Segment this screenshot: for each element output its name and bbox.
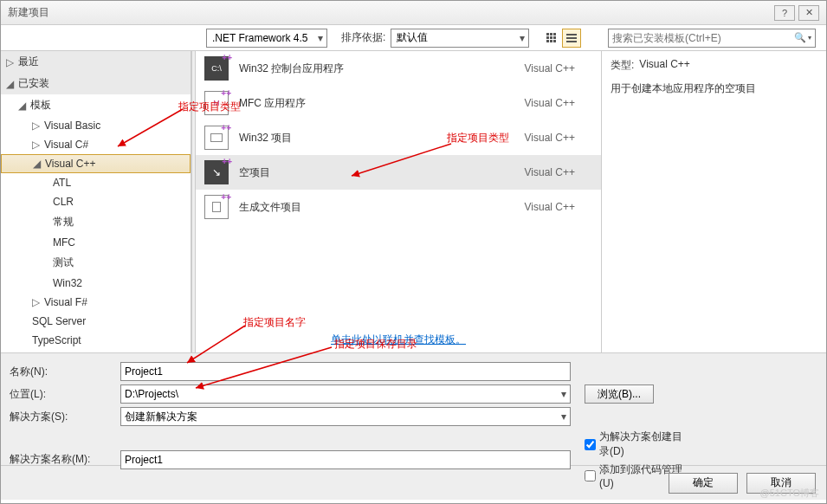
tree-vb[interactable]: ▷Visual Basic [1, 116, 191, 135]
tree-clr[interactable]: CLR [1, 192, 191, 211]
search-icon: 🔍 [794, 32, 806, 43]
type-value: Visual C++ [639, 58, 689, 73]
list-icon [566, 34, 577, 42]
search-input[interactable] [612, 32, 794, 44]
chevron-down-icon: ▾ [808, 34, 811, 42]
template-makefile[interactable]: ++ 生成文件项目 Visual C++ [196, 190, 601, 224]
sort-select[interactable]: 默认值 [391, 29, 529, 48]
win32-icon: ++ [204, 126, 229, 150]
framework-select[interactable]: .NET Framework 4.5 [206, 29, 327, 48]
tree-ts[interactable]: TypeScript [1, 331, 191, 350]
grid-icon [546, 33, 556, 42]
template-win32-project[interactable]: ++ Win32 项目 Visual C++ [196, 120, 601, 155]
watermark: @51CTO博客 [760, 487, 819, 500]
console-icon: C:\++ [204, 56, 229, 81]
footer: 确定 取消 [1, 465, 826, 500]
template-win32-console[interactable]: C:\++ Win32 控制台应用程序 Visual C++ [196, 51, 601, 86]
name-input[interactable] [120, 362, 571, 381]
tree-test[interactable]: 测试 [1, 252, 191, 274]
solname-label: 解决方案名称(M): [10, 452, 113, 467]
tree-sql[interactable]: SQL Server [1, 312, 191, 331]
location-combo[interactable]: D:\Projects\ [120, 384, 571, 404]
search-box[interactable]: 🔍▾ [608, 29, 816, 48]
tree-templates[interactable]: ◢模板 [1, 94, 191, 116]
tree-installed[interactable]: ◢已安装 [1, 73, 191, 94]
tree-atl[interactable]: ATL [1, 173, 191, 192]
help-button[interactable]: ? [774, 5, 795, 21]
tree-panel: ▷最近 ◢已安装 ◢模板 ▷Visual Basic ▷Visual C# ◢V… [1, 51, 191, 352]
titlebar: 新建项目 ? ✕ [1, 1, 826, 25]
view-list-button[interactable] [562, 29, 581, 48]
description-text: 用于创建本地应用程序的空项目 [611, 81, 817, 96]
ok-button[interactable]: 确定 [669, 473, 738, 494]
tree-fsharp[interactable]: ▷Visual F# [1, 293, 191, 312]
sort-label: 排序依据: [341, 30, 385, 45]
tree-csharp[interactable]: ▷Visual C# [1, 135, 191, 154]
template-mfc-app[interactable]: M++ MFC 应用程序 Visual C++ [196, 86, 601, 120]
solname-input[interactable] [120, 450, 571, 469]
template-list-panel: C:\++ Win32 控制台应用程序 Visual C++ M++ MFC 应… [196, 51, 601, 352]
solution-label: 解决方案(S): [10, 410, 113, 424]
check-create-dir[interactable]: 为解决方案创建目录(D) [585, 430, 688, 459]
bottom-form: 名称(N): 位置(L): D:\Projects\ 浏览(B)... 解决方案… [1, 352, 826, 465]
close-button[interactable]: ✕ [798, 5, 819, 21]
tree-vcpp[interactable]: ◢Visual C++ [1, 154, 191, 173]
online-search-link[interactable]: 单击此处以联机并查找模板。 [196, 327, 601, 352]
tree-general[interactable]: 常规 [1, 211, 191, 233]
view-grid-button[interactable] [541, 29, 560, 48]
tree-recent[interactable]: ▷最近 [1, 51, 191, 73]
location-label: 位置(L): [10, 387, 113, 402]
tree-win32[interactable]: Win32 [1, 274, 191, 293]
solution-combo[interactable]: 创建新解决方案 [120, 407, 571, 426]
mfc-icon: M++ [204, 91, 229, 115]
type-label: 类型: [611, 58, 634, 73]
empty-icon: ↘++ [204, 160, 229, 184]
template-empty-project[interactable]: ↘++ 空项目 Visual C++ [196, 155, 601, 190]
makefile-icon: ++ [204, 195, 229, 219]
title-text: 新建项目 [8, 5, 49, 20]
browse-button[interactable]: 浏览(B)... [585, 384, 654, 404]
tree-mfc[interactable]: MFC [1, 233, 191, 252]
name-label: 名称(N): [10, 365, 113, 379]
description-panel: 类型: Visual C++ 用于创建本地应用程序的空项目 [601, 51, 826, 352]
toolbar: .NET Framework 4.5 排序依据: 默认值 🔍▾ [1, 25, 826, 51]
